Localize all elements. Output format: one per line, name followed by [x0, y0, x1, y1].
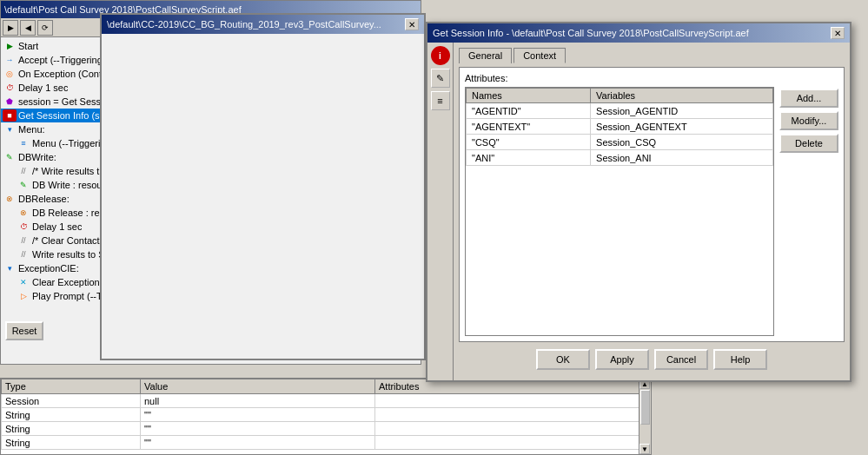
table-row: Session null — [2, 394, 651, 408]
dialog-title-text: Get Session Info - \default\Post Call Su… — [433, 28, 749, 38]
tree-item-label: Menu: — [18, 124, 45, 135]
tree-item-label: Delay 1 sec — [32, 221, 82, 232]
attr-name-cell: "AGENTEXT" — [467, 119, 591, 135]
attributes-cell — [375, 394, 651, 408]
dialog-icon-table[interactable]: ≡ — [431, 91, 450, 110]
tree-item-icon: ✕ — [17, 276, 30, 288]
col-value: Value — [141, 379, 375, 394]
back-window-title: \default\CC-2019\CC_BG_Routing_2019_rev3… — [102, 15, 424, 34]
delete-button[interactable]: Delete — [779, 134, 838, 153]
dialog-main-content: General Context Attributes: Names Variab… — [454, 43, 850, 380]
value-cell: "" — [141, 436, 375, 450]
attr-table-row[interactable]: "ANI" Session_ANI — [467, 150, 773, 166]
attr-table-row[interactable]: "AGENTEXT" Session_AGENTEXT — [467, 119, 773, 135]
attr-name-cell: "ANI" — [467, 150, 591, 166]
add-button[interactable]: Add... — [779, 89, 838, 108]
dialog-title-bar: Get Session Info - \default\Post Call Su… — [427, 23, 850, 43]
tree-item-icon: ▾ — [3, 123, 17, 135]
attributes-section: Names Variables "AGENTID" Session_AGENTI… — [465, 87, 838, 336]
bottom-panel: Type Value Attributes Session null Strin… — [0, 378, 652, 455]
attr-variable-cell: Session_AGENTID — [591, 103, 773, 119]
dialog-close-button[interactable]: ✕ — [831, 27, 845, 39]
attributes-cell — [375, 408, 651, 422]
get-session-info-dialog: Get Session Info - \default\Post Call Su… — [426, 22, 851, 382]
type-cell: String — [2, 408, 141, 422]
attr-name-cell: "CSQ" — [467, 135, 591, 150]
tree-item-icon: // — [17, 248, 30, 260]
back-window: \default\CC-2019\CC_BG_Routing_2019_rev3… — [100, 13, 426, 360]
bottom-scrollbar[interactable]: ▲ ▼ — [639, 379, 651, 454]
tree-item-label: Start — [18, 41, 38, 51]
attributes-cell — [375, 422, 651, 436]
attr-name-cell: "AGENTID" — [467, 103, 591, 119]
tree-item-icon: ■ — [3, 109, 17, 122]
attributes-label: Attributes: — [465, 73, 838, 83]
col-names: Names — [467, 89, 591, 103]
toolbar-btn-3[interactable]: ⟳ — [37, 20, 53, 36]
modify-button[interactable]: Modify... — [779, 111, 838, 130]
back-window-close[interactable]: ✕ — [405, 18, 419, 30]
dialog-tabs: General Context — [459, 48, 845, 63]
tree-item-icon: ▾ — [3, 262, 17, 274]
tree-item-icon: ▶ — [3, 40, 17, 52]
tree-item-icon: ⬟ — [3, 96, 17, 108]
help-button[interactable]: Help — [713, 349, 767, 370]
tab-general[interactable]: General — [459, 48, 512, 63]
type-cell: String — [2, 436, 141, 450]
variables-table: Type Value Attributes Session null Strin… — [1, 379, 651, 450]
tree-item-label: DBRelease: — [18, 194, 70, 204]
back-window-title-text: \default\CC-2019\CC_BG_Routing_2019_rev3… — [107, 19, 381, 30]
side-buttons: Add... Modify... Delete — [779, 89, 838, 336]
tree-item-icon: // — [17, 234, 30, 247]
dialog-action-buttons: OK Apply Cancel Help — [459, 342, 845, 375]
attr-variable-cell: Session_CSQ — [591, 135, 773, 150]
value-cell: "" — [141, 408, 375, 422]
value-cell: null — [141, 394, 375, 408]
tree-item-icon: ⊗ — [3, 193, 17, 205]
attributes-table-container: Names Variables "AGENTID" Session_AGENTI… — [465, 87, 774, 336]
tree-item-label: Delay 1 sec — [18, 82, 68, 93]
toolbar-btn-2[interactable]: ◀ — [20, 20, 36, 36]
tab-context-content: Attributes: Names Variables "AGENTID" — [459, 67, 845, 342]
tree-item-icon: ▷ — [17, 290, 30, 302]
dialog-icon-toolbar: i ✎ ≡ — [427, 43, 454, 380]
tab-context[interactable]: Context — [514, 48, 566, 63]
ok-button[interactable]: OK — [536, 349, 590, 370]
col-type: Type — [2, 379, 141, 394]
tree-item-icon: ✎ — [3, 151, 17, 163]
tree-item-icon: ✎ — [17, 179, 30, 191]
scroll-down-arrow[interactable]: ▼ — [639, 444, 650, 454]
dialog-icon-edit[interactable]: ✎ — [431, 69, 450, 88]
tree-item-label: DBWrite: — [18, 152, 56, 162]
tree-item-icon: ◎ — [3, 68, 17, 80]
reset-button[interactable]: Reset — [5, 321, 43, 340]
tree-item-label: ExceptionCIE: — [18, 263, 79, 274]
tree-item-icon: // — [17, 165, 30, 177]
type-cell: Session — [2, 394, 141, 408]
attr-variable-cell: Session_ANI — [591, 150, 773, 166]
tree-item-icon: ⏱ — [3, 82, 17, 94]
apply-button[interactable]: Apply — [595, 349, 649, 370]
tree-item-icon: ⊗ — [17, 207, 30, 219]
scroll-thumb[interactable] — [640, 390, 650, 425]
type-cell: String — [2, 422, 141, 436]
cancel-button[interactable]: Cancel — [654, 349, 708, 370]
toolbar-btn-1[interactable]: ▶ — [3, 20, 18, 36]
col-variables: Variables — [591, 89, 773, 103]
attr-variable-cell: Session_AGENTEXT — [591, 119, 773, 135]
tree-item-icon: ≡ — [17, 137, 30, 149]
dialog-icon-info[interactable]: i — [431, 46, 450, 65]
attributes-table: Names Variables "AGENTID" Session_AGENTI… — [466, 88, 773, 166]
tree-item-icon: ⏱ — [17, 221, 30, 233]
attributes-cell — [375, 436, 651, 450]
table-row: String "" — [2, 436, 651, 450]
attr-table-row[interactable]: "CSQ" Session_CSQ — [467, 135, 773, 150]
value-cell: "" — [141, 422, 375, 436]
table-row: String "" — [2, 422, 651, 436]
attr-table-row[interactable]: "AGENTID" Session_AGENTID — [467, 103, 773, 119]
table-row: String "" — [2, 408, 651, 422]
tree-item-icon: → — [3, 54, 17, 66]
